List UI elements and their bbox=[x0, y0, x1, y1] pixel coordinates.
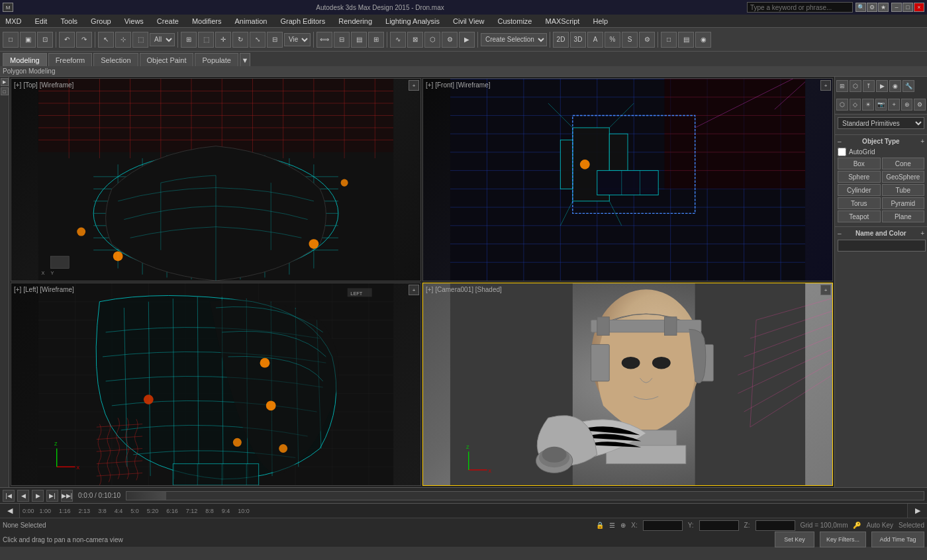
timeline-play-btn[interactable]: ▶ bbox=[32, 490, 44, 502]
timeline-right-arrow[interactable]: ▶ bbox=[907, 504, 927, 518]
viewport-camera[interactable]: [+] [Camera001] [Shaded] + bbox=[422, 283, 833, 486]
render-btn[interactable]: ▶ bbox=[459, 32, 475, 48]
reference-btn[interactable]: ⊟ bbox=[267, 32, 283, 48]
menu-item-help[interactable]: Help bbox=[590, 15, 610, 27]
btn-box[interactable]: Box bbox=[838, 158, 881, 169]
group-open-btn[interactable]: ⊞ bbox=[368, 32, 384, 48]
btn-sphere[interactable]: Sphere bbox=[838, 171, 881, 183]
mirror-btn[interactable]: ⟺ bbox=[317, 32, 332, 48]
vp-camera-corner-btn[interactable]: + bbox=[820, 285, 831, 295]
btn-tube[interactable]: Tube bbox=[882, 184, 925, 196]
named-sel-btn[interactable]: □ bbox=[661, 32, 677, 48]
menu-item-graph-editors[interactable]: Graph Editors bbox=[277, 15, 328, 27]
snap-opts-btn[interactable]: ⚙ bbox=[639, 32, 655, 48]
viewport-left[interactable]: [+] [Left] [Wireframe] + bbox=[11, 283, 421, 486]
isolate-btn[interactable]: ◉ bbox=[695, 32, 711, 48]
select-filter-btn[interactable]: ↖ bbox=[98, 32, 114, 48]
angle-snap-btn[interactable]: A bbox=[587, 32, 603, 48]
name-color-expand[interactable]: + bbox=[920, 230, 924, 237]
tab-object-paint[interactable]: Object Paint bbox=[140, 53, 194, 66]
standard-primitives-dropdown[interactable]: Standard Primitives bbox=[838, 117, 924, 129]
menu-item-views[interactable]: Views bbox=[122, 15, 146, 27]
settings-icon[interactable]: ⚙ bbox=[867, 3, 877, 12]
panel-btn-geo[interactable]: ⬡ bbox=[836, 99, 848, 111]
layer-btn[interactable]: ▤ bbox=[351, 32, 367, 48]
menu-item-mxd[interactable]: MXD bbox=[3, 15, 24, 27]
btn-pyramid[interactable]: Pyramid bbox=[882, 197, 925, 209]
panel-btn-cameras[interactable]: 📷 bbox=[875, 99, 887, 111]
new-btn[interactable]: □ bbox=[3, 32, 19, 48]
object-type-expand[interactable]: + bbox=[920, 138, 924, 145]
menu-item-civil-view[interactable]: Civil View bbox=[450, 15, 487, 27]
tab-modeling[interactable]: Modeling bbox=[3, 53, 47, 66]
autogrid-checkbox[interactable] bbox=[838, 148, 846, 156]
scale-btn[interactable]: ⤡ bbox=[250, 32, 266, 48]
key-filters-btn[interactable]: Key Filters... bbox=[820, 532, 866, 547]
spinner-snap-btn[interactable]: S bbox=[622, 32, 638, 48]
panel-btn-shapes[interactable]: ◇ bbox=[850, 99, 861, 111]
name-color-collapse[interactable]: – bbox=[838, 230, 842, 237]
tab-selection[interactable]: Selection bbox=[93, 53, 138, 66]
y-coord-input[interactable] bbox=[699, 520, 739, 531]
view-dropdown[interactable]: View bbox=[284, 33, 311, 46]
object-name-input[interactable] bbox=[838, 240, 926, 252]
panel-btn-spacewarp[interactable]: ⊛ bbox=[901, 99, 913, 111]
btn-teapot[interactable]: Teapot bbox=[838, 210, 881, 222]
set-key-btn[interactable]: Set Key bbox=[775, 532, 814, 547]
curve-editor-btn[interactable]: ∿ bbox=[390, 32, 406, 48]
panel-btn-systems[interactable]: ⚙ bbox=[914, 99, 926, 111]
timeline-next-frame-btn[interactable]: ▶| bbox=[46, 490, 58, 502]
maximize-btn[interactable]: □ bbox=[903, 3, 913, 12]
save-btn[interactable]: ⊡ bbox=[37, 32, 53, 48]
create-selection-dropdown[interactable]: Create Selection Se bbox=[481, 33, 547, 46]
panel-btn-modify[interactable]: ⬡ bbox=[850, 80, 861, 92]
tabs-overflow-btn[interactable]: ▼ bbox=[240, 53, 250, 66]
left-panel-btn-1[interactable]: ▶ bbox=[1, 78, 9, 86]
vp-left-corner-btn[interactable]: + bbox=[409, 285, 419, 295]
select-region-btn[interactable]: ⬚ bbox=[132, 32, 148, 48]
btn-cone[interactable]: Cone bbox=[882, 158, 925, 169]
vp-front-corner-btn[interactable]: + bbox=[820, 80, 831, 91]
timeline-end-btn[interactable]: ▶▶| bbox=[61, 490, 73, 502]
timeline-area[interactable]: ◀ 0:00 1:00 1:16 2:13 3:8 4:4 5:0 5:20 6… bbox=[0, 503, 927, 518]
btn-plane[interactable]: Plane bbox=[882, 210, 925, 222]
panel-btn-utilities[interactable]: 🔧 bbox=[903, 80, 914, 92]
viewport-top[interactable]: [+] [Top] [Wireframe] + bbox=[11, 78, 421, 281]
search-input[interactable] bbox=[747, 2, 853, 13]
menu-item-create[interactable]: Create bbox=[154, 15, 181, 27]
rotate-btn[interactable]: ↻ bbox=[232, 32, 248, 48]
timeline-track-main[interactable]: 0:00 1:00 1:16 2:13 3:8 4:4 5:0 5:20 6:1… bbox=[20, 504, 907, 518]
select-obj-btn[interactable]: ⊞ bbox=[181, 32, 197, 48]
panel-btn-create[interactable]: ⊞ bbox=[836, 80, 848, 92]
snap-2d-btn[interactable]: 2D bbox=[553, 32, 569, 48]
left-panel-btn-2[interactable]: □ bbox=[1, 87, 9, 95]
panel-btn-motion[interactable]: ▶ bbox=[876, 80, 888, 92]
menu-item-rendering[interactable]: Rendering bbox=[336, 15, 375, 27]
window-crossing-btn[interactable]: ⬚ bbox=[198, 32, 214, 48]
viewport-front[interactable]: [+] [Front] [Wireframe] + bbox=[422, 78, 833, 281]
undo-btn[interactable]: ↶ bbox=[59, 32, 75, 48]
search-icon[interactable]: 🔍 bbox=[855, 3, 866, 12]
schematic-btn[interactable]: ⊠ bbox=[407, 32, 423, 48]
ribbon-btn[interactable]: ▤ bbox=[678, 32, 694, 48]
render-setup-btn[interactable]: ⚙ bbox=[442, 32, 458, 48]
btn-geosphere[interactable]: GeoSphere bbox=[882, 171, 925, 183]
timeline-left-arrow[interactable]: ◀ bbox=[0, 504, 20, 518]
menu-item-lighting-analysis[interactable]: Lighting Analysis bbox=[383, 15, 442, 27]
panel-btn-helpers[interactable]: + bbox=[888, 99, 900, 111]
x-coord-input[interactable] bbox=[643, 520, 683, 531]
select-btn[interactable]: ⊹ bbox=[115, 32, 131, 48]
add-time-tag-btn[interactable]: Add Time Tag bbox=[871, 532, 924, 547]
menu-item-edit[interactable]: Edit bbox=[32, 15, 50, 27]
percent-snap-btn[interactable]: % bbox=[605, 32, 620, 48]
menu-item-animation[interactable]: Animation bbox=[232, 15, 270, 27]
move-btn[interactable]: ✛ bbox=[215, 32, 231, 48]
menu-item-modifiers[interactable]: Modifiers bbox=[189, 15, 224, 27]
open-btn[interactable]: ▣ bbox=[20, 32, 36, 48]
align-btn[interactable]: ⊟ bbox=[334, 32, 350, 48]
redo-btn[interactable]: ↷ bbox=[76, 32, 92, 48]
panel-btn-hierarchy[interactable]: ⤒ bbox=[863, 80, 875, 92]
timeline-prev-frame-btn[interactable]: ◀ bbox=[17, 490, 29, 502]
material-editor-btn[interactable]: ⬡ bbox=[424, 32, 440, 48]
menu-item-group[interactable]: Group bbox=[88, 15, 114, 27]
